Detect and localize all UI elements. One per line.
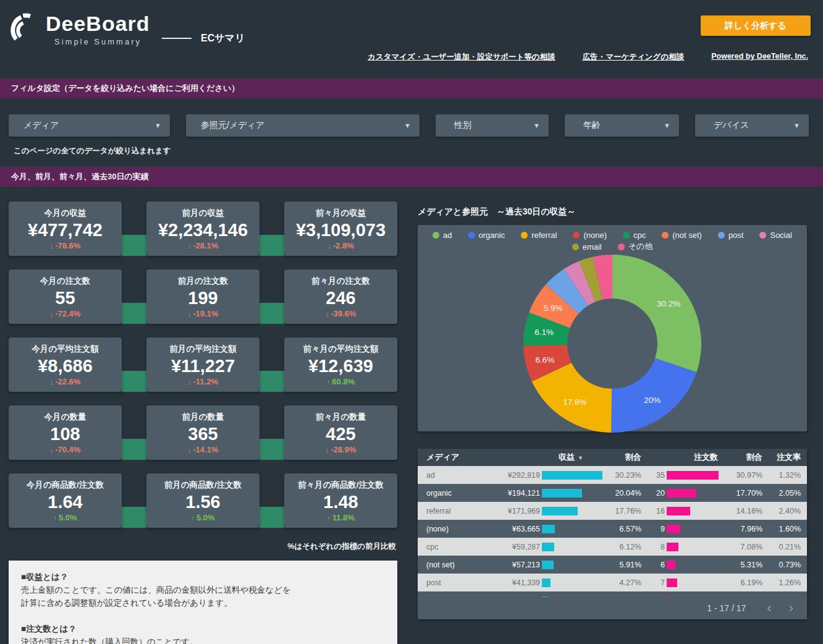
legend-label: cpc — [633, 231, 646, 240]
cell-order-rate: 0.73% — [762, 561, 807, 569]
notes-line: 決済が実行された数（購入回数）のことです。 — [21, 635, 385, 644]
deeboard-logo-icon — [9, 11, 43, 49]
kpi-card-value: 1.64 — [48, 491, 82, 512]
donut-chart-panel: adorganicreferral(none)cpc(not set)postS… — [418, 225, 807, 431]
kpi-card-value: 425 — [326, 423, 355, 444]
kpi-card-delta: ↑5.0% — [53, 513, 77, 522]
legend-item-その他[interactable]: その他 — [618, 241, 653, 252]
table-row-(none)[interactable]: (none)¥63,6656.57%97.96%1.60% — [418, 520, 807, 538]
filter-dropdown-0[interactable]: メディア▼ — [9, 114, 170, 137]
prev-page-icon[interactable]: ‹ — [767, 602, 771, 614]
next-page-icon[interactable]: › — [789, 602, 793, 614]
orders-bar — [667, 525, 680, 533]
cell-orders-share: 17.70% — [724, 489, 762, 498]
kpi-row-1: 今月の注文数55↓-72.4%前月の注文数199↓-19.1%前々月の注文数24… — [9, 269, 397, 324]
col-header-orders[interactable]: 注文数 — [641, 452, 724, 463]
arrow-down-icon: ↓ — [188, 378, 192, 386]
legend-dot-icon — [718, 232, 725, 239]
cell-revenue: ¥63,665 — [491, 525, 540, 533]
main-content: 今月の収益¥477,742↓-78.6%前月の収益¥2,234,146↓-28.… — [0, 187, 823, 644]
chevron-down-icon: ▼ — [154, 122, 161, 129]
filter-dropdown-label: 年齢 — [583, 120, 601, 131]
filter-dropdown-3[interactable]: 年齢▼ — [565, 114, 679, 137]
kpi-card-delta: ↓-72.4% — [50, 309, 81, 318]
metric-notes-box: ■収益とは？売上金額のことです。この値には、商品の金額以外に送料や税金などを計算… — [9, 561, 397, 644]
kpi-card-value: ¥12,639 — [308, 355, 373, 376]
filter-dropdown-4[interactable]: デバイス▼ — [695, 114, 809, 137]
table-row-post[interactable]: post¥41,3394.27%76.19%1.26% — [418, 574, 807, 591]
kpi-card: 前月の収益¥2,234,146↓-28.1% — [146, 201, 260, 256]
kpi-card: 前々月の注文数246↓-39.6% — [284, 269, 397, 324]
revenue-bar-cell — [540, 489, 606, 498]
filter-dropdown-2[interactable]: 性別▼ — [436, 114, 549, 137]
legend-item-ad[interactable]: ad — [433, 231, 452, 240]
kpi-card-value: ¥8,686 — [38, 355, 93, 376]
header-link-2[interactable]: Powered by DeeTeller, Inc. — [711, 52, 808, 62]
kpi-card-title: 今月の商品数/注文数 — [27, 480, 104, 491]
legend-item-email[interactable]: email — [572, 241, 602, 252]
legend-label: Social — [770, 231, 791, 240]
cell-media: (none) — [418, 525, 491, 533]
legend-dot-icon — [662, 232, 669, 239]
chart-legend: adorganicreferral(none)cpc(not set)postS… — [427, 231, 798, 252]
legend-item-(none)[interactable]: (none) — [573, 231, 607, 240]
legend-item-cpc[interactable]: cpc — [623, 231, 646, 240]
legend-item-Social[interactable]: Social — [759, 231, 791, 240]
legend-dot-icon — [573, 232, 580, 239]
filter-dropdown-1[interactable]: 参照元/メディア▼ — [186, 114, 420, 137]
header-link-1[interactable]: 広告・マーケティングの相談 — [583, 52, 685, 62]
brand-tagline: Simple Summary — [46, 37, 150, 46]
kpi-card: 前々月の平均注文額¥12,639↑60.8% — [284, 337, 397, 392]
kpi-card: 前月の商品数/注文数1.56↑5.0% — [146, 473, 260, 528]
cell-revenue: ¥28,887 — [491, 596, 540, 598]
notes-heading: ■注文数とは？ — [21, 622, 385, 635]
kpi-connector — [260, 439, 284, 460]
revenue-bar-cell — [540, 596, 606, 598]
kpi-card-value: ¥2,234,146 — [158, 219, 248, 240]
orders-bar-cell — [665, 578, 724, 587]
table-rows: ad¥292,81930.23%3530.97%1.32%organic¥194… — [418, 466, 807, 597]
col-header-share[interactable]: 割合 — [606, 452, 641, 463]
kpi-card-title: 前月の注文数 — [178, 276, 228, 287]
kpi-card-value: 199 — [188, 287, 217, 308]
kpi-card-value: 55 — [55, 287, 75, 308]
slice-percent-label: 6.6% — [536, 355, 555, 365]
arrow-down-icon: ↓ — [327, 242, 331, 250]
col-header-orders-share[interactable]: 割合 — [724, 452, 762, 463]
table-row-Social[interactable]: Social¥28,8872.98%32.65%17.64% — [418, 591, 807, 597]
kpi-card-title: 前月の平均注文額 — [169, 344, 236, 355]
legend-label: (not set) — [672, 231, 702, 240]
header-link-0[interactable]: カスタマイズ・ユーザー追加・設定サポート等の相談 — [368, 52, 555, 62]
kpi-card: 今月の注文数55↓-72.4% — [9, 269, 122, 324]
table-row-cpc[interactable]: cpc¥59,2876.12%87.08%0.21% — [418, 538, 807, 556]
table-row-(not set)[interactable]: (not set)¥57,2135.91%65.31%0.73% — [418, 556, 807, 574]
legend-item-post[interactable]: post — [718, 231, 744, 240]
filter-dropdown-label: 性別 — [454, 120, 471, 131]
col-header-media: メディア — [418, 452, 491, 463]
revenue-bar-cell — [540, 507, 606, 515]
table-row-referral[interactable]: referral¥171,96917.76%1614.16%2.40% — [418, 502, 807, 520]
col-header-revenue[interactable]: 収益▼ — [491, 452, 606, 463]
cell-revenue-share: 2.98% — [606, 596, 641, 598]
donut-slice-ad[interactable] — [612, 255, 701, 372]
cell-orders-share: 2.65% — [724, 596, 762, 598]
title-divider — [162, 38, 192, 39]
orders-bar — [667, 561, 675, 569]
filter-dropdown-label: 参照元/メディア — [201, 120, 264, 131]
legend-item-organic[interactable]: organic — [468, 231, 505, 240]
legend-item-referral[interactable]: referral — [521, 231, 557, 240]
kpi-card-title: 前々月の数量 — [316, 412, 366, 423]
kpi-card-value: 365 — [188, 423, 217, 444]
legend-item-(not set)[interactable]: (not set) — [662, 231, 702, 240]
legend-dot-icon — [572, 244, 579, 250]
table-row-organic[interactable]: organic¥194,12120.04%2017.70%2.05% — [418, 484, 807, 502]
kpi-card-value: 1.48 — [323, 491, 358, 512]
cell-revenue-share: 6.57% — [606, 525, 641, 533]
table-row-ad[interactable]: ad¥292,81930.23%3530.97%1.32% — [418, 466, 807, 484]
kpi-connector — [122, 439, 146, 460]
col-header-order-rate[interactable]: 注文率 — [762, 452, 807, 463]
cell-revenue: ¥171,969 — [491, 507, 540, 515]
analyze-button[interactable]: 詳しく分析する — [701, 15, 811, 36]
cell-order-rate: 1.60% — [762, 525, 807, 533]
kpi-grid: 今月の収益¥477,742↓-78.6%前月の収益¥2,234,146↓-28.… — [9, 201, 397, 528]
